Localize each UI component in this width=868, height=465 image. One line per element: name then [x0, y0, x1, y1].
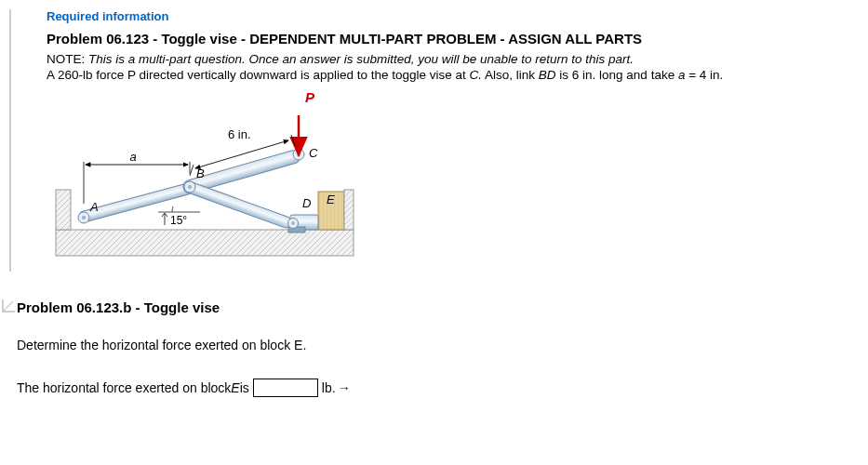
answer-mid: is — [240, 380, 249, 395]
diagram-svg: a 6 in. 15° A B C D E — [51, 111, 358, 259]
note-prefix: NOTE: — [47, 52, 88, 66]
right-wall — [344, 190, 354, 230]
svg-point-6 — [297, 153, 300, 156]
svg-point-5 — [188, 185, 192, 189]
required-info-section: Required information Problem 06.123 - To… — [9, 9, 868, 272]
required-info-label: Required information — [47, 9, 859, 23]
answer-prefix: The horizontal force exerted on block — [17, 380, 231, 395]
answer-var-e: E — [231, 380, 239, 395]
answer-line: The horizontal force exerted on block E … — [17, 379, 868, 397]
given-point-c: C. — [470, 68, 483, 82]
dim-6in-label: 6 in. — [228, 127, 251, 141]
problem-title: Problem 06.123 - Toggle vise - DEPENDENT… — [47, 31, 859, 46]
svg-point-7 — [291, 221, 295, 225]
label-e: E — [327, 193, 335, 206]
given-text-2: Also, link — [482, 68, 539, 82]
note-italic: This is a multi-part question. Once an a… — [88, 52, 634, 66]
svg-line-9 — [291, 135, 295, 146]
given-line: A 260-lb force P directed vertically dow… — [47, 68, 859, 82]
question-prefix: Determine the horizontal force exerted o… — [17, 338, 294, 352]
given-link-bd: BD — [539, 68, 556, 82]
question-var-e: E. — [294, 338, 306, 352]
svg-line-8 — [190, 165, 194, 176]
angle-label: 15° — [170, 214, 187, 227]
answer-unit: lb. — [322, 380, 336, 395]
svg-point-4 — [82, 216, 86, 219]
question-text: Determine the horizontal force exerted o… — [17, 338, 868, 352]
label-c: C — [309, 146, 318, 160]
toggle-vise-diagram: a 6 in. 15° A B C D E — [51, 111, 859, 262]
label-a: A — [89, 200, 99, 214]
note-line: NOTE: This is a multi-part question. Onc… — [47, 52, 859, 66]
given-text-4: = 4 in. — [685, 68, 723, 82]
left-wall — [56, 190, 71, 230]
label-d: D — [302, 196, 311, 210]
link-bd — [182, 180, 293, 230]
given-text-1: A 260-lb force P directed vertically dow… — [47, 68, 470, 82]
answer-direction-arrow: → — [338, 380, 351, 395]
answer-input[interactable] — [253, 379, 318, 397]
ground-base — [56, 230, 354, 256]
p-force-label: P — [305, 89, 859, 105]
given-text-3: is 6 in. long and take — [556, 68, 678, 82]
sub-problem-title: Problem 06.123.b - Toggle vise — [17, 299, 868, 315]
label-b: B — [196, 166, 205, 180]
section-corner-notch — [0, 299, 15, 314]
dim-a-label: a — [129, 150, 136, 164]
